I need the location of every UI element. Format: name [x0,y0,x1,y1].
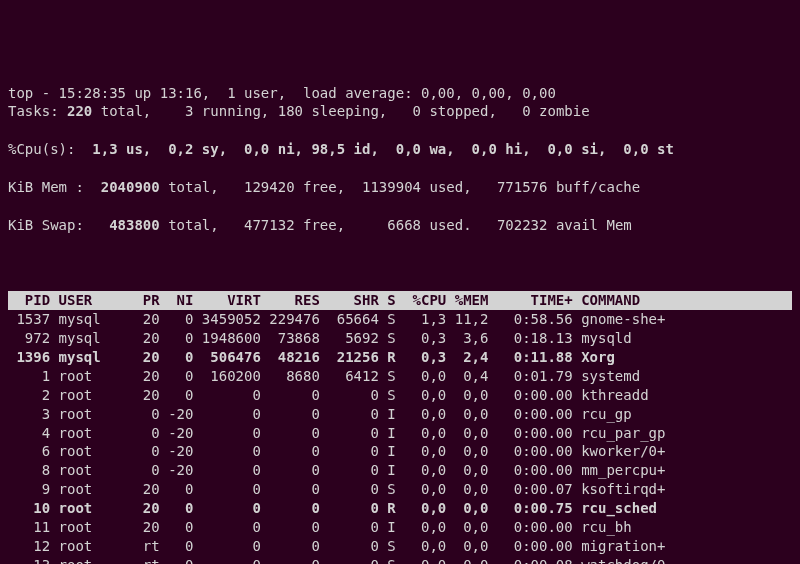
swap-label: KiB Swap: [8,217,84,233]
process-row: 10 root 20 0 0 0 0 R 0,0 0,0 0:00.75 rcu… [8,499,792,518]
tasks-total: 220 [59,103,93,119]
process-row: 13 root rt 0 0 0 0 S 0,0 0,0 0:00.08 wat… [8,556,792,564]
cpu-values: 1,3 us, 0,2 sy, 0,0 ni, 98,5 id, 0,0 wa,… [75,141,673,157]
swap-rest: total, 477132 free, 6668 used. 702232 av… [168,217,632,233]
process-row: 6 root 0 -20 0 0 0 I 0,0 0,0 0:00.00 kwo… [8,442,792,461]
process-row: 12 root rt 0 0 0 0 S 0,0 0,0 0:00.00 mig… [8,537,792,556]
process-row: 8 root 0 -20 0 0 0 I 0,0 0,0 0:00.00 mm_… [8,461,792,480]
process-row: 11 root 20 0 0 0 0 I 0,0 0,0 0:00.00 rcu… [8,518,792,537]
process-row: 1396 mysql 20 0 506476 48216 21256 R 0,3… [8,348,792,367]
process-list: 1537 mysql 20 0 3459052 229476 65664 S 1… [8,310,792,564]
process-row: 1537 mysql 20 0 3459052 229476 65664 S 1… [8,310,792,329]
tasks-label: Tasks: [8,103,59,119]
swap-total: 483800 [84,217,168,233]
tasks-rest: total, 3 running, 180 sleeping, 0 stoppe… [92,103,589,119]
process-row: 9 root 20 0 0 0 0 S 0,0 0,0 0:00.07 ksof… [8,480,792,499]
cpu-label: %Cpu(s): [8,141,75,157]
mem-total: 2040900 [84,179,168,195]
mem-rest: total, 129420 free, 1139904 used, 771576… [168,179,640,195]
process-row: 3 root 0 -20 0 0 0 I 0,0 0,0 0:00.00 rcu… [8,405,792,424]
process-row: 1 root 20 0 160200 8680 6412 S 0,0 0,4 0… [8,367,792,386]
process-row: 2 root 20 0 0 0 0 S 0,0 0,0 0:00.00 kthr… [8,386,792,405]
process-row: 4 root 0 -20 0 0 0 I 0,0 0,0 0:00.00 rcu… [8,424,792,443]
column-header: PID USER PR NI VIRT RES SHR S %CPU %MEM … [8,291,792,310]
mem-label: KiB Mem : [8,179,84,195]
process-row: 972 mysql 20 0 1948600 73868 5692 S 0,3 … [8,329,792,348]
summary-uptime: top - 15:28:35 up 13:16, 1 user, load av… [8,85,556,101]
